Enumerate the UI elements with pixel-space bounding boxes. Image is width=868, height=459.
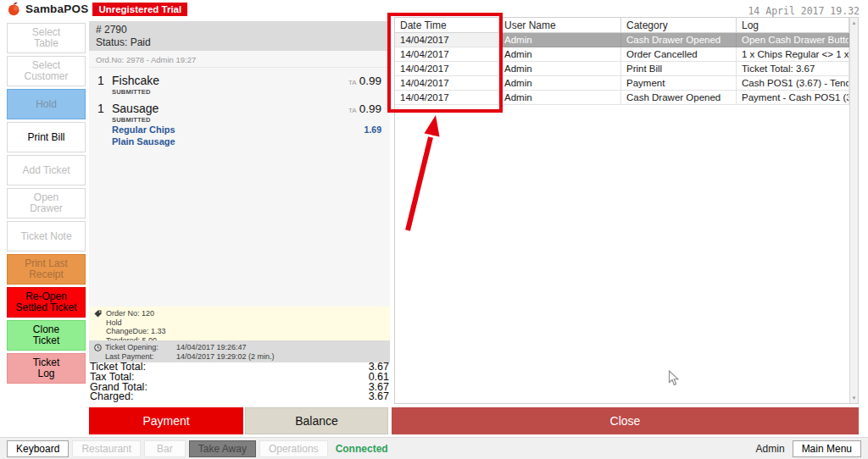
select-table-button[interactable]: Select Table: [7, 23, 86, 53]
column-header-user-name[interactable]: User Name: [499, 18, 621, 33]
trial-badge: Unregistered Trial: [92, 3, 187, 16]
scroll-down-icon[interactable]: ▼: [850, 395, 858, 401]
print-bill-button[interactable]: Print Bill: [7, 122, 86, 152]
total-label: Tax Total:: [90, 372, 135, 382]
item-tag: TA: [348, 79, 357, 86]
subitem-name: Plain Sausage: [112, 136, 175, 147]
tag-icon: [94, 310, 103, 318]
status-bar: Keyboard Restaurant Bar Take Away Operat…: [0, 437, 868, 459]
table-cell[interactable]: Order Cancelled: [621, 47, 737, 62]
print-last-receipt-button[interactable]: Print Last Receipt: [7, 254, 86, 285]
table-cell[interactable]: 14/04/2017: [395, 91, 499, 105]
note-line: ChangeDue: 1.33: [106, 327, 385, 336]
ticket-item[interactable]: 1 Fishcake TA 0.99 SUBMITTED: [89, 74, 390, 96]
logged-in-user: Admin: [756, 443, 785, 455]
note-line: Order No: 120: [106, 309, 154, 318]
table-cell[interactable]: Cash POS1 (3.67) - Tender...: [737, 76, 849, 91]
table-cell[interactable]: 14/04/2017: [395, 76, 499, 91]
table-cell[interactable]: 14/04/2017: [395, 62, 499, 76]
sambapos-berry-icon: [7, 2, 21, 16]
ticket-time-box: Ticket Opening: 14/04/2017 19:26:47 Last…: [89, 340, 390, 362]
table-cell[interactable]: Ticket Total: 3.67: [737, 62, 849, 76]
table-scrollbar[interactable]: ▲ ▼: [849, 18, 858, 403]
connection-status: Connected: [336, 443, 388, 455]
item-state: SUBMITTED: [89, 88, 390, 96]
total-value: 0.61: [369, 372, 389, 382]
table-cell[interactable]: Payment: [621, 76, 737, 91]
time-label: Ticket Opening:: [105, 343, 176, 352]
clone-ticket-button[interactable]: Clone Ticket: [7, 320, 86, 351]
subitem-name: Regular Chips: [112, 124, 175, 135]
department-bar-button[interactable]: Bar: [144, 440, 186, 457]
sambapos-window: SambaPOS Unregistered Trial 14 April 201…: [0, 0, 868, 459]
keyboard-button[interactable]: Keyboard: [7, 440, 69, 457]
table-cell[interactable]: 14/04/2017: [395, 47, 499, 62]
hold-button[interactable]: Hold: [7, 89, 86, 119]
ticket-log-table: Date Time User Name Category Log 14/04/2…: [394, 17, 859, 404]
open-drawer-button[interactable]: Open Drawer: [7, 188, 86, 218]
reopen-settled-ticket-button[interactable]: Re-Open Settled Ticket: [7, 287, 86, 318]
item-price: 0.99: [359, 75, 381, 87]
clock-datetime: 14 April 2017 19.32: [748, 5, 860, 17]
ticket-note-button[interactable]: Ticket Note: [7, 221, 86, 252]
table-cell[interactable]: Admin: [499, 62, 621, 76]
ticket-item[interactable]: 1 Sausage TA 0.99 SUBMITTED Regular Chip…: [89, 102, 390, 147]
order-line: Ord.No: 2978 - Admin 19:27: [89, 51, 390, 68]
department-restaurant-button[interactable]: Restaurant: [72, 440, 141, 457]
time-value: 14/04/2017 19:29:02 (2 min.): [176, 352, 275, 362]
table-cell[interactable]: Open Cash Drawer Button: [737, 33, 849, 47]
payment-button[interactable]: Payment: [89, 407, 243, 434]
add-ticket-button[interactable]: Add Ticket: [7, 155, 86, 185]
table-cell[interactable]: Admin: [499, 76, 621, 91]
ticket-number: # 2790: [96, 24, 383, 36]
time-value: 14/04/2017 19:26:47: [176, 343, 247, 352]
main-menu-button[interactable]: Main Menu: [793, 440, 861, 457]
select-customer-button[interactable]: Select Customer: [7, 56, 86, 86]
column-header-category[interactable]: Category: [621, 18, 737, 33]
item-name: Sausage: [112, 102, 348, 115]
total-value: 3.67: [369, 391, 389, 401]
brand-name: SambaPOS: [25, 3, 88, 15]
table-cell[interactable]: 14/04/2017: [395, 33, 499, 47]
total-label: Charged:: [90, 391, 133, 401]
item-subitem: Regular Chips 1.69: [89, 124, 390, 135]
table-cell[interactable]: Cash Drawer Opened: [621, 33, 737, 47]
operations-button[interactable]: Operations: [259, 440, 328, 457]
column-header-date-time[interactable]: Date Time: [395, 18, 499, 33]
table-cell[interactable]: Payment - Cash POS1 (3.67): [737, 91, 849, 105]
table-cell[interactable]: Admin: [499, 33, 621, 47]
ticket-header: # 2790 Status: Paid: [89, 21, 390, 51]
table-cell[interactable]: Cash Drawer Opened: [621, 91, 737, 105]
close-button[interactable]: Close: [392, 407, 859, 434]
item-price: 0.99: [359, 102, 381, 115]
scroll-up-icon[interactable]: ▲: [850, 20, 858, 25]
column-header-log[interactable]: Log: [737, 18, 849, 33]
brand: SambaPOS Unregistered Trial: [7, 2, 187, 16]
note-line: Hold: [106, 318, 385, 328]
item-name: Fishcake: [112, 74, 348, 87]
clock-icon: [94, 344, 105, 351]
ticket-status: Status: Paid: [96, 36, 383, 49]
subitem-price: 1.69: [364, 124, 381, 135]
item-qty: 1: [97, 102, 112, 115]
item-tag: TA: [348, 107, 357, 114]
ticket-items-panel: Ord.No: 2978 - Admin 19:27 1 Fishcake TA…: [89, 51, 390, 307]
department-take-away-button[interactable]: Take Away: [189, 440, 256, 457]
ticket-note-box: Order No: 120 Hold ChangeDue: 1.33 Tende…: [89, 307, 390, 340]
table-cell[interactable]: 1 x Chips Regular <> 1 x F...: [737, 47, 849, 62]
ticket-log-button[interactable]: Ticket Log: [7, 353, 86, 384]
ticket-totals: Ticket Total:3.67 Tax Total:0.61 Grand T…: [90, 362, 389, 401]
time-label: Last Payment:: [105, 352, 176, 362]
table-cell[interactable]: Admin: [499, 47, 621, 62]
item-qty: 1: [97, 74, 112, 87]
item-state: SUBMITTED: [89, 116, 390, 124]
item-subitem: Plain Sausage: [89, 135, 390, 147]
table-cell[interactable]: Print Bill: [621, 62, 737, 76]
table-cell[interactable]: Admin: [499, 91, 621, 105]
ticket-command-sidebar: Select Table Select Customer Hold Print …: [7, 23, 86, 386]
balance-button[interactable]: Balance: [245, 407, 388, 434]
